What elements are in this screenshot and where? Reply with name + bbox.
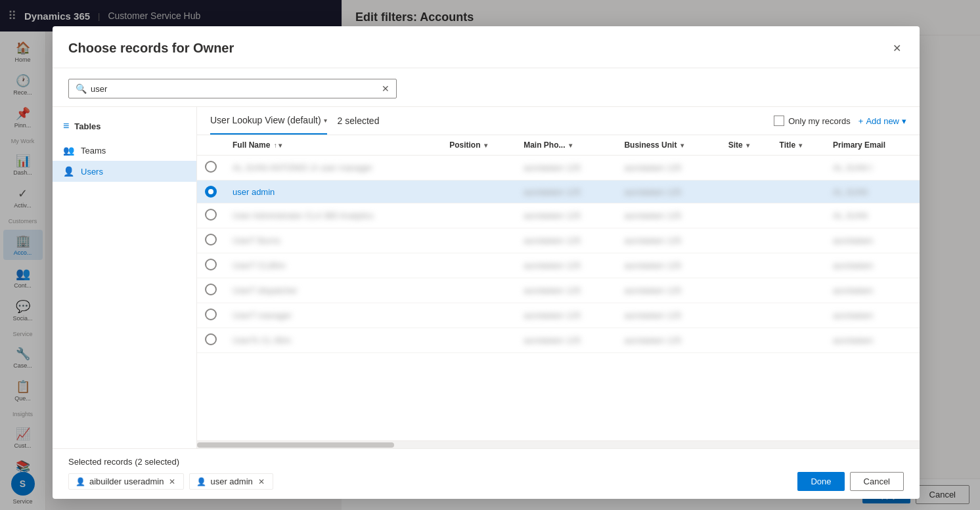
col-full-name[interactable]: Full Name ↑ ▾ xyxy=(225,135,441,156)
bu-cell: auroladam 125 xyxy=(616,328,720,353)
chip-remove-1[interactable]: ✕ xyxy=(167,477,177,486)
sidebar-item-users[interactable]: 👤 Users xyxy=(53,161,196,182)
radio-button[interactable] xyxy=(205,161,217,173)
phone-cell: auroladam 125 xyxy=(516,278,616,303)
site-cell xyxy=(721,203,772,228)
modal-footer-row: 👤 aibuilder useradmin ✕ 👤 user admin ✕ D… xyxy=(68,472,904,491)
position-cell xyxy=(441,303,516,328)
search-input-wrap: 🔍 ✕ xyxy=(68,79,397,98)
full-name-cell: UserT Burns xyxy=(225,228,441,253)
col-title[interactable]: Title ▾ xyxy=(772,135,825,156)
table-row: User Administrator CL4 385 Analytics aur… xyxy=(197,203,920,228)
title-cell xyxy=(772,181,825,203)
position-cell xyxy=(441,203,516,228)
add-new-chevron-icon: ▾ xyxy=(902,116,906,126)
site-cell xyxy=(721,303,772,328)
row-select-cell[interactable] xyxy=(197,253,225,278)
modal-title: Choose records for Owner xyxy=(68,41,234,56)
person-icon-2: 👤 xyxy=(196,477,206,486)
col-main-phone[interactable]: Main Pho... ▾ xyxy=(516,135,616,156)
table-row: user admin auroladam 125 auroladam 125 A… xyxy=(197,181,920,203)
data-table: Full Name ↑ ▾ Position ▾ Main Pho... ▾ B… xyxy=(197,135,920,440)
records-table: Full Name ↑ ▾ Position ▾ Main Pho... ▾ B… xyxy=(197,135,920,353)
row-select-cell[interactable] xyxy=(197,156,225,181)
full-name-cell: AL JUAN ANTONIO Jr user manager xyxy=(225,156,441,181)
phone-cell: auroladam 125 xyxy=(516,328,616,353)
radio-button[interactable] xyxy=(205,259,217,270)
sidebar-item-teams[interactable]: 👥 Teams xyxy=(53,140,196,161)
only-my-records-checkbox[interactable]: Only my records xyxy=(774,116,851,126)
bu-cell: auroladam 125 xyxy=(616,181,720,203)
modal-choose-records: Choose records for Owner ✕ 🔍 ✕ ≡ Tables … xyxy=(53,26,920,499)
view-bar-right: Only my records + Add new ▾ xyxy=(774,116,906,134)
title-cell xyxy=(772,278,825,303)
row-select-cell[interactable] xyxy=(197,278,225,303)
row-select-cell[interactable] xyxy=(197,181,225,203)
search-input[interactable] xyxy=(91,84,382,94)
full-name-cell: User Administrator CL4 385 Analytics xyxy=(225,203,441,228)
site-cell xyxy=(721,181,772,203)
selected-chip-1: 👤 aibuilder useradmin ✕ xyxy=(68,473,184,490)
title-cell xyxy=(772,328,825,353)
search-bar: 🔍 ✕ xyxy=(53,68,920,107)
full-name-cell: UserT dispatcher xyxy=(225,278,441,303)
view-chevron-icon: ▾ xyxy=(324,117,327,124)
sort-icon-position: ▾ xyxy=(484,142,487,149)
col-site[interactable]: Site ▾ xyxy=(721,135,772,156)
table-row: UserTc CL 80m auroladam 125 auroladam 12… xyxy=(197,328,920,353)
email-cell: AL JUAN xyxy=(825,181,920,203)
email-cell: auroladam xyxy=(825,278,920,303)
row-select-cell[interactable] xyxy=(197,328,225,353)
modal-body: ≡ Tables 👥 Teams 👤 Users User Lookup Vie… xyxy=(53,107,920,448)
email-cell: auroladam xyxy=(825,253,920,278)
phone-cell: auroladam 125 xyxy=(516,203,616,228)
search-icon: 🔍 xyxy=(76,83,87,94)
left-panel-header: ≡ Tables xyxy=(53,117,196,140)
col-position[interactable]: Position ▾ xyxy=(441,135,516,156)
table-row: UserT dispatcher auroladam 125 auroladam… xyxy=(197,278,920,303)
view-bar-left: User Lookup View (default) ▾ 2 selected xyxy=(210,115,379,135)
modal-header: Choose records for Owner ✕ xyxy=(53,26,920,68)
phone-cell: auroladam 125 xyxy=(516,228,616,253)
position-cell xyxy=(441,156,516,181)
user-admin-link[interactable]: user admin xyxy=(233,187,275,197)
left-panel: ≡ Tables 👥 Teams 👤 Users xyxy=(53,107,197,448)
col-email[interactable]: Primary Email xyxy=(825,135,920,156)
email-cell: AL JUAN xyxy=(825,203,920,228)
radio-button[interactable] xyxy=(205,234,217,245)
email-cell: auroladam xyxy=(825,303,920,328)
checkbox-square xyxy=(774,116,784,126)
search-clear-button[interactable]: ✕ xyxy=(382,83,390,94)
scrollbar-thumb[interactable] xyxy=(197,442,394,448)
email-cell: AL JUAN I xyxy=(825,156,920,181)
position-cell xyxy=(441,253,516,278)
modal-close-button[interactable]: ✕ xyxy=(890,39,904,57)
add-new-button[interactable]: + Add new ▾ xyxy=(858,116,906,126)
cancel-button[interactable]: Cancel xyxy=(850,472,904,491)
radio-button[interactable] xyxy=(205,308,217,320)
horizontal-scrollbar[interactable] xyxy=(197,440,920,448)
row-select-cell[interactable] xyxy=(197,203,225,228)
done-button[interactable]: Done xyxy=(797,472,844,491)
radio-button[interactable] xyxy=(205,284,217,295)
title-cell xyxy=(772,156,825,181)
selected-records-label: Selected records (2 selected) xyxy=(68,457,904,467)
chip-remove-2[interactable]: ✕ xyxy=(257,477,266,486)
position-cell xyxy=(441,181,516,203)
full-name-cell: user admin xyxy=(225,181,441,203)
site-cell xyxy=(721,328,772,353)
selected-count: 2 selected xyxy=(338,116,380,134)
view-selector[interactable]: User Lookup View (default) ▾ xyxy=(210,115,327,135)
teams-icon: 👥 xyxy=(63,145,74,156)
col-business-unit[interactable]: Business Unit ▾ xyxy=(616,135,720,156)
row-select-cell[interactable] xyxy=(197,228,225,253)
row-select-cell[interactable] xyxy=(197,303,225,328)
radio-button-checked[interactable] xyxy=(205,186,217,198)
site-cell xyxy=(721,278,772,303)
full-name-cell: UserT manager xyxy=(225,303,441,328)
table-row: AL JUAN ANTONIO Jr user manager aurolada… xyxy=(197,156,920,181)
site-cell xyxy=(721,228,772,253)
radio-button[interactable] xyxy=(205,333,217,345)
radio-button[interactable] xyxy=(205,209,217,221)
full-name-cell: UserT CL80m xyxy=(225,253,441,278)
